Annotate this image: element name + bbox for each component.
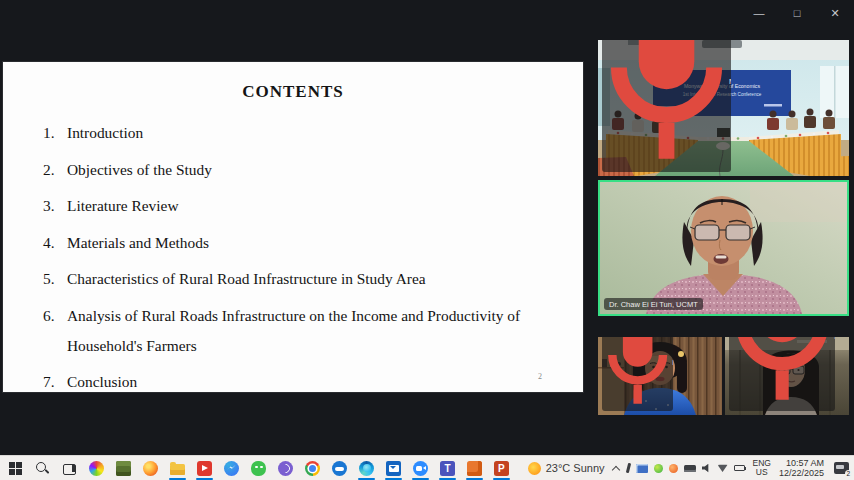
tray-display-icon[interactable] — [636, 464, 648, 473]
taskbar-firefox-icon[interactable] — [137, 456, 164, 480]
window-controls: — □ ✕ — [740, 0, 854, 26]
sun-icon — [528, 462, 541, 475]
teams-glyph — [440, 461, 455, 476]
taskbar-task-view-icon[interactable] — [56, 456, 83, 480]
contents-item: 2.Objectives of the Study — [43, 155, 571, 185]
tray-volume-icon[interactable] — [702, 464, 712, 473]
tray-green-status-icon[interactable] — [654, 464, 663, 473]
weather-condition: Sunny — [573, 462, 604, 474]
tray-keyboard-icon[interactable] — [684, 465, 696, 472]
taskbar-blue-cloud-icon[interactable] — [326, 456, 353, 480]
weather-widget[interactable]: 23°C Sunny — [528, 462, 605, 475]
red-media-glyph — [197, 461, 212, 476]
tray-chevron-up-icon[interactable] — [611, 465, 619, 473]
taskbar-wechat-icon[interactable] — [245, 456, 272, 480]
slide-page-number: 2 — [538, 372, 542, 381]
office-glyph — [467, 461, 482, 476]
green-cube-glyph — [116, 461, 131, 476]
taskbar-mail-icon[interactable] — [380, 456, 407, 480]
contents-item: 6.Analysis of Rural Roads Infrastructure… — [43, 301, 571, 361]
taskbar-powerpoint-icon[interactable] — [488, 456, 515, 480]
search-glyph — [35, 461, 50, 476]
participant-name-label: Dr Yin Mon Thant — [602, 337, 673, 411]
system-tray: 23°C Sunny ENG US 10:57 AM 12/22/2025 2 — [528, 456, 854, 480]
pinwheel-glyph — [89, 461, 104, 476]
taskbar-messenger-icon[interactable] — [218, 456, 245, 480]
tray-battery-icon[interactable] — [734, 465, 745, 471]
contents-list: 1.Introduction 2.Objectives of the Study… — [43, 118, 571, 397]
slide-title: CONTENTS — [3, 62, 583, 102]
taskbar-red-media-icon[interactable] — [191, 456, 218, 480]
language-indicator[interactable]: ENG US — [753, 459, 771, 478]
taskbar-green-cube-icon[interactable] — [110, 456, 137, 480]
firefox-glyph — [143, 461, 158, 476]
taskbar-pinwheel-icon[interactable] — [83, 456, 110, 480]
task-view-glyph — [63, 464, 76, 475]
tray-network-icon[interactable] — [718, 464, 728, 472]
taskbar-chrome-icon[interactable] — [299, 456, 326, 480]
taskbar-office-icon[interactable] — [461, 456, 488, 480]
contents-item: 1.Introduction — [43, 118, 571, 148]
zoom-meeting-window: { "window_controls": { "minimize": "—", … — [0, 0, 854, 480]
taskbar-search-icon[interactable] — [29, 456, 56, 480]
video-tile-conference-room[interactable]: Monywa University of Economics 1st Inter… — [598, 40, 849, 176]
participant-name: Monywa University of Economics — [729, 77, 731, 86]
participant-name-label: Monywa University of Economics — [602, 40, 731, 172]
video-tile-active-speaker[interactable]: Dr. Chaw Ei Ei Tun, UCMT — [598, 180, 849, 316]
language-line2: US — [753, 468, 771, 478]
tray-icons — [627, 463, 745, 473]
wechat-glyph — [251, 461, 266, 476]
taskbar-edge-icon[interactable] — [353, 456, 380, 480]
start-glyph — [9, 462, 22, 475]
powerpoint-glyph — [494, 461, 509, 476]
folder-glyph — [170, 464, 185, 475]
tray-pen-icon[interactable] — [625, 463, 630, 473]
taskbar-zoom-icon[interactable] — [407, 456, 434, 480]
taskbar-clock[interactable]: 10:57 AM 12/22/2025 — [779, 458, 824, 478]
participant-name: Dr. Chaw Ei Ei Tun, UCMT — [609, 300, 698, 309]
video-tile-participant3[interactable]: Dr Yin Mon Thant — [598, 337, 722, 415]
clock-time: 10:57 AM — [779, 458, 824, 468]
participant-name-label: IMBF-9-Aye Myat Sandar K.. — [729, 337, 835, 411]
speaker-scene — [600, 182, 847, 314]
contents-item: 7.Conclusion — [43, 367, 571, 397]
taskbar-teams-icon[interactable] — [434, 456, 461, 480]
viber-glyph — [278, 461, 293, 476]
chrome-glyph — [305, 461, 320, 476]
taskbar-start-icon[interactable] — [2, 456, 29, 480]
muted-mic-icon — [606, 337, 669, 410]
zoom-glyph — [413, 461, 428, 476]
taskbar-folder-icon[interactable] — [164, 456, 191, 480]
contents-item: 3.Literature Review — [43, 191, 571, 221]
notification-center-icon[interactable]: 2 — [834, 462, 849, 474]
title-bar: — □ ✕ — [0, 0, 854, 26]
mail-glyph — [386, 461, 401, 476]
edge-glyph — [359, 461, 374, 476]
shared-screen-slide: CONTENTS 1.Introduction 2.Objectives of … — [3, 62, 583, 392]
taskbar-apps — [0, 456, 515, 480]
messenger-glyph — [224, 461, 239, 476]
minimize-icon[interactable]: — — [740, 0, 778, 26]
contents-item: 5.Characteristics of Rural Road Infrastr… — [43, 264, 571, 294]
notification-badge: 2 — [845, 470, 853, 478]
participant-video-strip: Monywa University of Economics 1st Inter… — [598, 40, 849, 415]
video-row: Dr Yin Mon Thant — [598, 337, 849, 415]
participant-name-label: Dr. Chaw Ei Ei Tun, UCMT — [604, 298, 703, 310]
muted-mic-icon — [607, 40, 726, 171]
contents-item: 4.Materials and Methods — [43, 228, 571, 258]
windows-taskbar: 23°C Sunny ENG US 10:57 AM 12/22/2025 2 — [0, 455, 854, 480]
taskbar-viber-icon[interactable] — [272, 456, 299, 480]
weather-temp: 23°C — [546, 462, 571, 474]
close-icon[interactable]: ✕ — [816, 0, 854, 26]
video-tile-participant4[interactable]: IMBF-9-Aye Myat Sandar K.. — [725, 337, 849, 415]
maximize-icon[interactable]: □ — [778, 0, 816, 26]
muted-mic-icon — [733, 337, 831, 410]
tray-orange-status-icon[interactable] — [669, 464, 678, 473]
clock-date: 12/22/2025 — [779, 468, 824, 478]
blue-cloud-glyph — [332, 461, 347, 476]
